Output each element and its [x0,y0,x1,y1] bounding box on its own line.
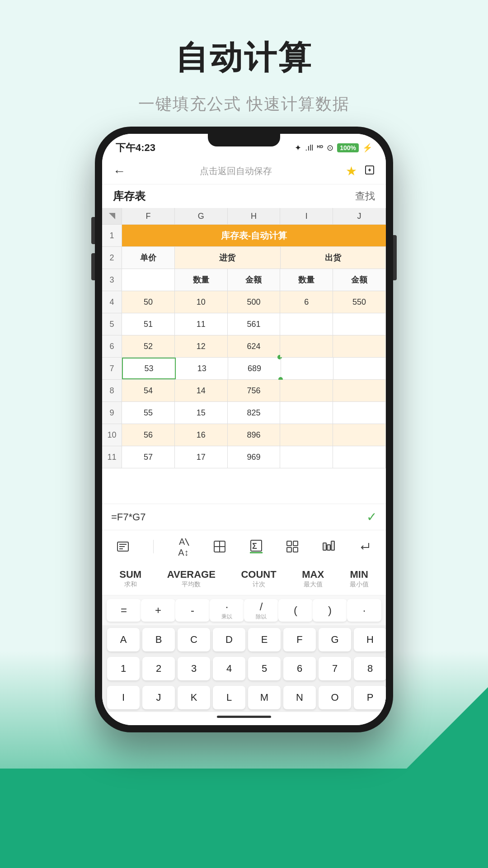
cell-10-H[interactable]: 896 [228,424,281,446]
key-F[interactable]: F [283,628,316,651]
formula-confirm-button[interactable]: ✓ [366,509,377,524]
cell-5-J[interactable] [333,313,386,335]
key-M[interactable]: M [248,686,281,709]
cell-4-G[interactable]: 10 [175,291,228,313]
cell-5-G[interactable]: 11 [175,313,228,335]
equals-button[interactable]: = [107,599,141,622]
key-H[interactable]: H [354,628,386,651]
cell-10-J[interactable] [333,424,386,446]
cell-4-H[interactable]: 500 [228,291,281,313]
table-row[interactable]: 11 57 17 969 [102,446,386,468]
key-N[interactable]: N [283,686,316,709]
toolbar-format-icon[interactable]: A A↕ [177,535,190,558]
cell-8-H[interactable]: 756 [228,380,281,401]
key-2[interactable]: 2 [142,657,175,680]
key-4[interactable]: 4 [213,657,245,680]
key-3[interactable]: 3 [178,657,210,680]
toolbar-formula-icon[interactable]: Σ [250,539,263,553]
cell-7-G[interactable]: 13 [176,358,228,379]
table-row[interactable]: 9 55 15 825 [102,402,386,424]
key-8[interactable]: 8 [354,657,386,680]
cell-10-G[interactable]: 16 [175,424,228,446]
key-1[interactable]: 1 [107,657,140,680]
cell-8-J[interactable] [333,380,386,401]
volume-down-button [91,253,95,280]
toolbar-text-icon[interactable] [117,540,129,553]
cell-4-I[interactable]: 6 [280,291,333,313]
cell-6-I[interactable] [280,335,333,357]
key-B[interactable]: B [142,628,175,651]
key-A[interactable]: A [107,628,140,651]
toolbar-table-icon[interactable] [213,540,226,553]
back-button[interactable]: ← [113,164,126,179]
cell-11-J[interactable] [333,446,386,468]
cell-7-F[interactable]: 53 [122,358,176,379]
toolbar-cell-icon[interactable] [286,540,299,553]
plus-button[interactable]: + [141,599,175,622]
cell-9-F[interactable]: 55 [122,402,175,424]
cell-10-I[interactable] [280,424,333,446]
lparen-button[interactable]: ( [278,599,313,622]
key-L[interactable]: L [213,686,245,709]
cell-11-H[interactable]: 969 [228,446,281,468]
key-O[interactable]: O [319,686,351,709]
cell-11-I[interactable] [280,446,333,468]
cell-11-G[interactable]: 17 [175,446,228,468]
key-G[interactable]: G [319,628,351,651]
cell-9-J[interactable] [333,402,386,424]
table-row[interactable]: 5 51 11 561 [102,313,386,335]
cell-6-H[interactable]: 624 [228,335,281,357]
key-5[interactable]: 5 [248,657,281,680]
count-button[interactable]: COUNT 计次 [234,566,283,591]
cell-9-H[interactable]: 825 [228,402,281,424]
divide-button[interactable]: / 除以 [244,599,278,622]
key-E[interactable]: E [248,628,281,651]
table-row[interactable]: 10 56 16 896 [102,424,386,446]
cell-6-F[interactable]: 52 [122,335,175,357]
toolbar-chart-icon[interactable] [322,540,335,553]
key-K[interactable]: K [178,686,210,709]
cell-9-G[interactable]: 15 [175,402,228,424]
key-P[interactable]: P [354,686,386,709]
minus-button[interactable]: - [175,599,210,622]
star-button[interactable]: ★ [346,164,357,179]
max-button[interactable]: MAX 最大值 [295,566,331,591]
average-button[interactable]: AVERAGE 平均数 [160,566,223,591]
cell-10-F[interactable]: 56 [122,424,175,446]
key-I[interactable]: I [107,686,140,709]
toolbar-enter-icon[interactable] [359,540,371,553]
key-J[interactable]: J [142,686,175,709]
dot-button[interactable]: · [347,599,381,622]
cell-9-I[interactable] [280,402,333,424]
cell-5-H[interactable]: 561 [228,313,281,335]
cell-6-G[interactable]: 12 [175,335,228,357]
min-button[interactable]: MIN 最小值 [343,566,376,591]
cell-5-I[interactable] [280,313,333,335]
key-6[interactable]: 6 [283,657,316,680]
cell-7-H[interactable]: 689 [228,358,281,379]
cell-5-F[interactable]: 51 [122,313,175,335]
cell-7-J[interactable] [333,358,386,379]
export-button[interactable] [364,165,375,178]
key-7[interactable]: 7 [319,657,351,680]
table-row[interactable]: 7 53 13 689 [102,358,386,380]
wifi-icon: ⊙ [327,143,333,153]
cell-8-G[interactable]: 14 [175,380,228,401]
cell-4-F[interactable]: 50 [122,291,175,313]
table-row[interactable]: 4 50 10 500 6 550 [102,291,386,313]
cell-4-J[interactable]: 550 [333,291,386,313]
find-button[interactable]: 查找 [355,189,375,203]
sum-button[interactable]: SUM 求和 [112,566,149,591]
cell-11-F[interactable]: 57 [122,446,175,468]
cell-8-I[interactable] [280,380,333,401]
cell-6-J[interactable] [333,335,386,357]
table-row[interactable]: 6 52 12 624 [102,335,386,358]
cell-8-F[interactable]: 54 [122,380,175,401]
cell-7-I[interactable] [281,358,333,379]
key-D[interactable]: D [213,628,245,651]
table-row[interactable]: 8 54 14 756 [102,380,386,402]
function-row: SUM 求和 AVERAGE 平均数 COUNT 计次 MAX 最大值 MIN [102,562,386,595]
multiply-button[interactable]: · 乘以 [210,599,244,622]
rparen-button[interactable]: ) [313,599,347,622]
key-C[interactable]: C [178,628,210,651]
